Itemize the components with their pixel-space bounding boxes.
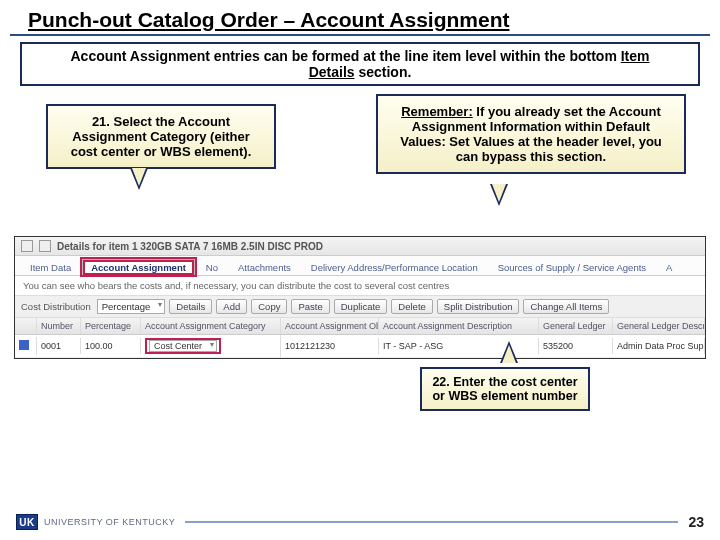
tab-attachments[interactable]: Attachments [229, 259, 300, 275]
cell-gl: 535200 [539, 338, 613, 354]
aac-highlight: Cost Center [145, 338, 221, 354]
toolbar: Cost Distribution Percentage Details Add… [15, 295, 705, 318]
tab-delivery-address[interactable]: Delivery Address/Performance Location [302, 259, 487, 275]
checkbox-icon[interactable] [19, 340, 29, 350]
intro-pre: Account Assignment entries can be formed… [70, 48, 620, 64]
intro-box: Account Assignment entries can be formed… [20, 42, 700, 86]
delete-button[interactable]: Delete [391, 299, 432, 314]
split-button[interactable]: Split Distribution [437, 299, 520, 314]
page-number: 23 [688, 514, 704, 530]
col-number: Number [37, 318, 81, 334]
footer-rule [185, 521, 678, 523]
cell-percentage: 100.00 [81, 338, 141, 354]
cost-dist-label: Cost Distribution [21, 301, 91, 312]
col-aac: Account Assignment Category [141, 318, 281, 334]
col-obj: Account Assignment Object [281, 318, 379, 334]
remember-underline: Remember: [401, 104, 473, 119]
details-title: Details for item 1 320GB SATA 7 16MB 2.5… [57, 241, 323, 252]
tab-sources-supply[interactable]: Sources of Supply / Service Agents [489, 259, 655, 275]
aac-select[interactable]: Cost Center [149, 340, 217, 352]
logo: UK UNIVERSITY OF KENTUCKY [16, 514, 175, 530]
tab-account-assignment[interactable]: Account Assignment [82, 259, 195, 275]
col-desc: Account Assignment Description [379, 318, 539, 334]
intro-post: section. [355, 64, 412, 80]
cell-number: 0001 [37, 338, 81, 354]
details-button[interactable]: Details [169, 299, 212, 314]
tab-notes[interactable]: No [197, 259, 227, 275]
pointer-icon [130, 168, 148, 190]
org-name: UNIVERSITY OF KENTUCKY [44, 517, 175, 527]
change-all-button[interactable]: Change All Items [523, 299, 609, 314]
tab-more[interactable]: A [657, 259, 681, 275]
col-gl: General Ledger [539, 318, 613, 334]
cell-obj[interactable]: 1012121230 [281, 338, 379, 354]
info-note: You can see who bears the costs and, if … [15, 276, 705, 295]
tab-item-data[interactable]: Item Data [21, 259, 80, 275]
table-row[interactable]: 0001 100.00 Cost Center 1012121230 IT - … [15, 335, 705, 358]
cost-dist-select[interactable]: Percentage [97, 299, 166, 314]
add-button[interactable]: Add [216, 299, 247, 314]
callout-step-22: 22. Enter the cost center or WBS element… [420, 367, 590, 411]
col-gldesc: General Ledger Description [613, 318, 705, 334]
slide-title: Punch-out Catalog Order – Account Assign… [10, 0, 710, 36]
callout-remember: Remember: If you already set the Account… [376, 94, 686, 174]
cell-gldesc: Admin Data Proc Supp [613, 338, 705, 354]
callout-row: 21. Select the Account Assignment Catego… [0, 86, 720, 236]
col-percentage: Percentage [81, 318, 141, 334]
footer: UK UNIVERSITY OF KENTUCKY 23 [0, 514, 720, 530]
details-header: Details for item 1 320GB SATA 7 16MB 2.5… [15, 237, 705, 256]
grid-header: Number Percentage Account Assignment Cat… [15, 318, 705, 335]
pointer-icon [490, 184, 508, 206]
col-select [15, 318, 37, 334]
callout-22-wrap: 22. Enter the cost center or WBS element… [0, 359, 720, 449]
callout-step-21: 21. Select the Account Assignment Catego… [46, 104, 276, 169]
paste-button[interactable]: Paste [291, 299, 329, 314]
duplicate-button[interactable]: Duplicate [334, 299, 388, 314]
pointer-icon [500, 341, 518, 363]
app-screenshot: Details for item 1 320GB SATA 7 16MB 2.5… [14, 236, 706, 359]
tabs: Item Data Account Assignment No Attachme… [15, 256, 705, 276]
row-select[interactable] [15, 337, 37, 355]
logo-badge: UK [16, 514, 38, 530]
cell-aac[interactable]: Cost Center [141, 335, 281, 357]
nav-next-icon[interactable] [39, 240, 51, 252]
nav-prev-icon[interactable] [21, 240, 33, 252]
copy-button[interactable]: Copy [251, 299, 287, 314]
